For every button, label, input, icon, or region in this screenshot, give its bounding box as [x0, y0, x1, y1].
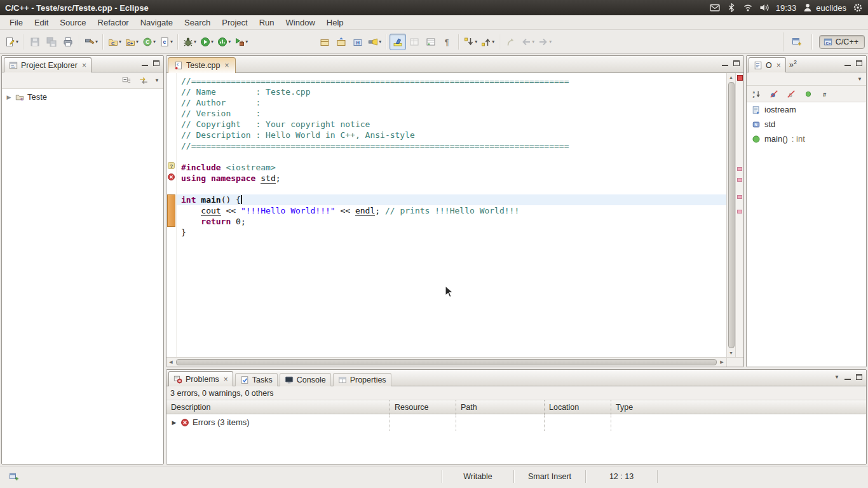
- expander-icon[interactable]: ▶: [171, 419, 177, 426]
- menu-project[interactable]: Project: [216, 16, 253, 29]
- overview-error-indicator[interactable]: [737, 75, 743, 81]
- code-line[interactable]: }: [177, 227, 726, 238]
- overview-mark[interactable]: [737, 210, 742, 214]
- horizontal-scrollbar-thumb[interactable]: [176, 359, 717, 365]
- error-range-marker[interactable]: [167, 194, 175, 227]
- maximize-button[interactable]: [153, 60, 159, 66]
- fast-view-icon[interactable]: [9, 471, 19, 482]
- sort-button[interactable]: az: [750, 88, 763, 100]
- column-header-type[interactable]: Type: [611, 400, 866, 414]
- tab-console[interactable]: Console: [280, 373, 331, 386]
- menu-run[interactable]: Run: [254, 16, 280, 29]
- network-icon[interactable]: [743, 3, 753, 13]
- hide-fields-button[interactable]: [768, 88, 780, 100]
- menu-file[interactable]: File: [4, 16, 29, 29]
- minimize-button[interactable]: [142, 61, 148, 66]
- maximize-button[interactable]: [856, 374, 862, 380]
- close-icon[interactable]: ×: [224, 376, 228, 383]
- new-c-project-button[interactable]: C▾: [106, 34, 123, 50]
- new-wizard-button[interactable]: ▾: [3, 34, 20, 50]
- show-elements-button[interactable]: [423, 34, 439, 50]
- column-header-path[interactable]: Path: [456, 400, 545, 414]
- close-icon[interactable]: ×: [82, 62, 86, 69]
- unresolved-inclusion-marker-icon[interactable]: ?: [167, 161, 175, 170]
- code-line[interactable]: // Description : Hello World in C++, Ans…: [177, 130, 726, 140]
- view-stack-chevron[interactable]: »2: [789, 59, 797, 69]
- outline-item[interactable]: main() : int: [747, 132, 866, 146]
- clock[interactable]: 19:33: [776, 3, 797, 13]
- hide-macros-button[interactable]: #: [819, 88, 832, 100]
- outline-item[interactable]: iostream: [747, 102, 866, 117]
- new-source-file-button[interactable]: c▾: [158, 34, 175, 50]
- user-menu[interactable]: euclides: [803, 3, 846, 13]
- horizontal-scrollbar[interactable]: ◀ ▶: [166, 357, 743, 367]
- tree-item-teste[interactable]: ▶ C Teste: [2, 89, 163, 104]
- error-marker-icon[interactable]: [167, 173, 175, 181]
- last-edit-location-button[interactable]: [503, 34, 519, 50]
- code-line[interactable]: // Version :: [177, 108, 726, 119]
- outline-item[interactable]: Nstd: [747, 117, 866, 132]
- code-line[interactable]: return 0;: [177, 216, 726, 227]
- build-all-button[interactable]: ▾: [83, 34, 100, 50]
- hide-static-button[interactable]: S: [785, 88, 797, 100]
- print-button[interactable]: [60, 34, 76, 50]
- scroll-left-icon[interactable]: ◀: [166, 358, 175, 367]
- tab-tasks[interactable]: Tasks: [235, 373, 278, 386]
- code-line[interactable]: // Copyright : Your copyright notice: [177, 119, 726, 130]
- code-line[interactable]: //======================================…: [177, 140, 726, 151]
- tab-problems[interactable]: Problems×: [168, 371, 233, 386]
- new-cpp-project-button[interactable]: C+▾: [123, 34, 140, 50]
- vertical-scrollbar[interactable]: ▲ ▼: [726, 73, 735, 357]
- view-menu-button[interactable]: ▼: [857, 76, 862, 82]
- menu-source[interactable]: Source: [54, 16, 92, 29]
- code-line[interactable]: [177, 184, 726, 194]
- scroll-up-icon[interactable]: ▲: [727, 73, 735, 81]
- editor-tab-teste-cpp[interactable]: c Teste.cpp ×: [168, 57, 236, 73]
- code-line[interactable]: cout << "!!!Hello World!!!" << endl; // …: [177, 205, 726, 216]
- overview-mark[interactable]: [737, 167, 742, 171]
- maximize-button[interactable]: [856, 60, 862, 66]
- minimize-button[interactable]: [844, 61, 851, 66]
- debug-button[interactable]: ▾: [181, 34, 198, 50]
- collapse-all-button[interactable]: [120, 74, 133, 87]
- overview-mark[interactable]: [737, 195, 742, 199]
- code-area[interactable]: //======================================…: [177, 73, 726, 357]
- code-line[interactable]: // Name : Teste.cpp: [177, 86, 726, 97]
- external-tools-button[interactable]: ▾: [233, 34, 250, 50]
- session-gear-icon[interactable]: [853, 3, 863, 13]
- scroll-down-icon[interactable]: ▼: [727, 349, 735, 357]
- menu-search[interactable]: Search: [179, 16, 216, 29]
- save-all-button[interactable]: [43, 34, 60, 50]
- block-selection-toggle[interactable]: [406, 34, 423, 50]
- overview-mark[interactable]: [737, 178, 742, 182]
- mail-icon[interactable]: [710, 3, 720, 13]
- code-line[interactable]: [177, 151, 726, 162]
- volume-icon[interactable]: [759, 3, 770, 13]
- back-button[interactable]: ▾: [519, 34, 536, 50]
- search-button[interactable]: ▾: [366, 34, 383, 50]
- view-menu-button[interactable]: ▼: [154, 78, 159, 83]
- column-header-description[interactable]: Description: [166, 400, 390, 414]
- open-type-button[interactable]: H: [349, 34, 366, 50]
- close-icon[interactable]: ×: [776, 62, 781, 69]
- code-line[interactable]: int main() {: [177, 194, 726, 205]
- project-explorer-tab[interactable]: Project Explorer ×: [4, 57, 92, 72]
- scroll-right-icon[interactable]: ▶: [717, 358, 726, 367]
- menu-refactor[interactable]: Refactor: [92, 16, 135, 29]
- close-icon[interactable]: ×: [225, 62, 229, 69]
- open-resource-button[interactable]: [333, 34, 349, 50]
- view-menu-button[interactable]: ▼: [834, 374, 839, 380]
- code-line[interactable]: using namespace std;: [177, 173, 726, 184]
- code-line[interactable]: #include <iostream>: [177, 162, 726, 173]
- next-annotation-button[interactable]: ▾: [462, 34, 479, 50]
- mark-occurrences-toggle[interactable]: [390, 34, 406, 50]
- menu-edit[interactable]: Edit: [29, 16, 54, 29]
- run-button[interactable]: ▾: [198, 34, 215, 50]
- bluetooth-icon[interactable]: [726, 3, 736, 13]
- tab-properties[interactable]: Properties: [333, 373, 391, 386]
- menu-window[interactable]: Window: [280, 16, 321, 29]
- forward-button[interactable]: ▾: [536, 34, 553, 50]
- open-element-button[interactable]: [316, 34, 333, 50]
- menu-help[interactable]: Help: [321, 16, 349, 29]
- hide-nonpublic-button[interactable]: [802, 88, 815, 100]
